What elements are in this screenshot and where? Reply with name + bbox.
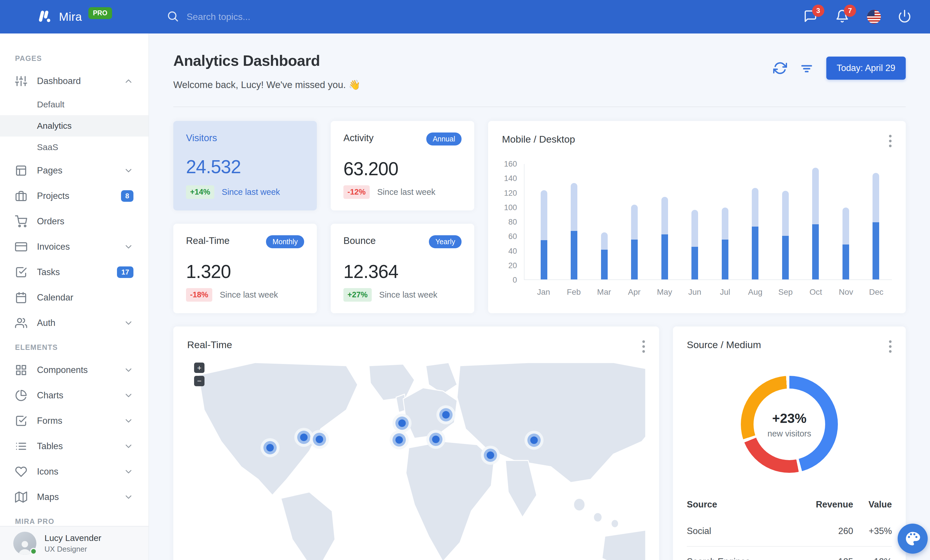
shopping-cart-icon bbox=[15, 215, 27, 227]
chevron-down-icon bbox=[124, 441, 134, 451]
language-flag-icon[interactable] bbox=[867, 10, 881, 24]
y-axis-labels: 020406080100120140160 bbox=[502, 164, 524, 280]
pro-badge: PRO bbox=[88, 7, 112, 19]
more-menu-icon[interactable] bbox=[641, 339, 645, 354]
theme-palette-button[interactable] bbox=[898, 524, 928, 554]
bar-jan bbox=[540, 190, 547, 279]
main-content: Analytics Dashboard Welcome back, Lucy! … bbox=[149, 34, 930, 560]
map-zoom-in-button[interactable]: + bbox=[194, 362, 205, 373]
map-marker-san-francisco[interactable] bbox=[266, 444, 274, 451]
world-map[interactable]: + − bbox=[187, 362, 645, 560]
date-button[interactable]: Today: April 29 bbox=[826, 57, 906, 80]
sidebar-item-charts[interactable]: Charts bbox=[0, 383, 148, 408]
sidebar-item-label: Tables bbox=[37, 441, 124, 451]
stat-card-activity: ActivityAnnual63.200-12%Since last week bbox=[331, 121, 474, 210]
map-marker-madrid[interactable] bbox=[396, 436, 403, 444]
search-icon[interactable] bbox=[166, 10, 179, 24]
sidebar-item-label: Pages bbox=[37, 166, 124, 176]
sidebar-item-label: Tasks bbox=[37, 267, 117, 278]
search-input[interactable] bbox=[186, 12, 360, 22]
stat-delta: -12% bbox=[343, 185, 370, 199]
messages-button[interactable]: 3 bbox=[804, 9, 819, 24]
navbar-actions: 3 7 bbox=[804, 9, 930, 24]
chevron-down-icon bbox=[124, 492, 134, 502]
sidebar-item-calendar[interactable]: Calendar bbox=[0, 285, 148, 310]
source-medium-card: Source / Medium +23% new visitors Source… bbox=[673, 327, 906, 560]
brand-name: Mira bbox=[59, 11, 82, 23]
sidebar-item-label: Components bbox=[37, 365, 124, 375]
chevron-down-icon bbox=[124, 242, 134, 252]
brand[interactable]: Mira PRO bbox=[0, 9, 149, 25]
user-name: Lucy Lavender bbox=[45, 533, 102, 543]
cell-value: +35% bbox=[853, 516, 892, 546]
cell-revenue: 125 bbox=[791, 546, 853, 560]
stat-period-chip[interactable]: Yearly bbox=[429, 235, 462, 248]
chevron-down-icon bbox=[124, 391, 134, 400]
bar-jul bbox=[722, 207, 728, 279]
filter-icon[interactable] bbox=[800, 61, 814, 75]
map-marker-istanbul[interactable] bbox=[432, 436, 440, 443]
map-marker-delhi[interactable] bbox=[487, 451, 494, 459]
sidebar-item-pages[interactable]: Pages bbox=[0, 158, 148, 183]
map-marker-new-york[interactable] bbox=[316, 436, 323, 443]
layout-icon bbox=[15, 164, 27, 176]
sidebar-badge: 8 bbox=[121, 190, 134, 202]
sidebar-item-icons[interactable]: Icons bbox=[0, 459, 148, 484]
sidebar-subitem-default[interactable]: Default bbox=[0, 94, 148, 115]
donut-center-caption: new visitors bbox=[767, 429, 811, 439]
sidebar-item-label: Maps bbox=[37, 492, 124, 502]
sidebar-item-label: Dashboard bbox=[37, 76, 124, 86]
stat-caption: Since last week bbox=[379, 290, 437, 300]
stat-delta: -18% bbox=[186, 288, 212, 302]
stat-title: Bounce bbox=[343, 235, 376, 246]
map-marker-london[interactable] bbox=[398, 419, 406, 427]
chevron-down-icon bbox=[124, 166, 134, 175]
stat-card-bounce: BounceYearly12.364+27%Since last week bbox=[331, 224, 474, 313]
map-zoom-out-button[interactable]: − bbox=[194, 376, 205, 386]
notifications-button[interactable]: 7 bbox=[835, 9, 850, 24]
sidebar-item-maps[interactable]: Maps bbox=[0, 484, 148, 510]
stat-value: 12.364 bbox=[343, 261, 462, 282]
online-status-dot bbox=[30, 548, 37, 555]
map-marker-moscow[interactable] bbox=[442, 411, 450, 419]
map-marker-beijing[interactable] bbox=[530, 436, 538, 444]
stat-card-real-time: Real-TimeMonthly1.320-18%Since last week bbox=[173, 224, 317, 313]
more-menu-icon[interactable] bbox=[888, 339, 892, 354]
bar-chart: 020406080100120140160 JanFebMarAprMayJun… bbox=[502, 164, 892, 297]
stat-caption: Since last week bbox=[222, 187, 280, 197]
sidebar-item-label: Icons bbox=[37, 466, 124, 477]
realtime-title: Real-Time bbox=[187, 339, 232, 350]
sidebar-item-orders[interactable]: Orders bbox=[0, 209, 148, 234]
sidebar-subitem-saas[interactable]: SaaS bbox=[0, 137, 148, 158]
user-profile[interactable]: Lucy Lavender UX Designer bbox=[0, 526, 148, 560]
bar-dec bbox=[873, 173, 879, 279]
calendar-icon bbox=[15, 292, 27, 304]
power-button[interactable] bbox=[898, 9, 913, 24]
cell-source: Social bbox=[687, 516, 791, 546]
bar-aug bbox=[752, 188, 758, 279]
user-role: UX Designer bbox=[45, 545, 102, 554]
table-row: Social260+35% bbox=[687, 516, 892, 546]
sidebar-subitem-analytics[interactable]: Analytics bbox=[0, 115, 148, 137]
sidebar-item-dashboard[interactable]: Dashboard bbox=[0, 68, 148, 94]
stat-value: 63.200 bbox=[343, 158, 462, 180]
grid-icon bbox=[15, 364, 27, 376]
sidebar-item-invoices[interactable]: Invoices bbox=[0, 234, 148, 259]
map-marker-chicago[interactable] bbox=[300, 434, 308, 441]
sidebar-item-components[interactable]: Components bbox=[0, 357, 148, 383]
chevron-down-icon bbox=[124, 365, 134, 375]
sidebar-item-auth[interactable]: Auth bbox=[0, 310, 148, 336]
sidebar-item-tables[interactable]: Tables bbox=[0, 434, 148, 459]
refresh-icon[interactable] bbox=[773, 61, 787, 75]
sidebar-item-label: Calendar bbox=[37, 292, 134, 303]
sidebar-item-projects[interactable]: Projects8 bbox=[0, 183, 148, 209]
bar-apr bbox=[631, 205, 638, 279]
stat-period-chip[interactable]: Monthly bbox=[266, 235, 304, 248]
cell-revenue: 260 bbox=[791, 516, 853, 546]
more-menu-icon[interactable] bbox=[888, 133, 892, 148]
sidebar-item-tasks[interactable]: Tasks17 bbox=[0, 259, 148, 285]
sidebar-item-forms[interactable]: Forms bbox=[0, 408, 148, 434]
table-header: Value bbox=[853, 493, 892, 516]
stat-period-chip[interactable]: Annual bbox=[426, 132, 462, 146]
check-square-icon bbox=[15, 266, 27, 278]
